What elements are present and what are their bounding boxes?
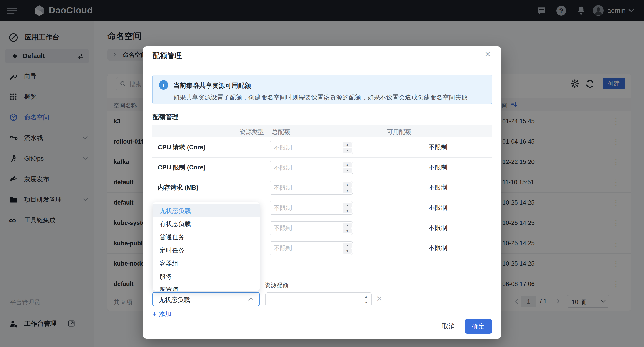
available-quota: 不限制 — [428, 224, 447, 232]
quota-management-modal: 配额管理 × i 当前集群共享资源可用配额 如果共享资源设置了配额，创建命名空间… — [143, 46, 501, 339]
spinner-up[interactable]: ▲ — [343, 142, 352, 147]
spinner-down[interactable]: ▼ — [362, 300, 370, 305]
cancel-button[interactable]: 取消 — [436, 319, 461, 334]
alert-title: 当前集群共享资源可用配额 — [173, 81, 251, 90]
quota-row: CPU 请求 (Core) 不限制 ▲▼ 不限制 — [152, 137, 492, 158]
quota-header-separator — [382, 125, 382, 137]
info-icon: i — [159, 80, 168, 90]
quota-section-title: 配额管理 — [152, 113, 178, 122]
quota-col-available: 可用配额 — [387, 128, 411, 136]
modal-footer-divider — [143, 316, 501, 316]
resource-type-select[interactable]: 无状态负载 — [152, 292, 260, 306]
info-alert: i 当前集群共享资源可用配额 如果共享资源设置了配额，创建命名空间时则需要设置该… — [152, 75, 492, 104]
quota-row: 内存请求 (MB) 不限制 ▲▼ 不限制 — [152, 178, 492, 198]
modal-header-divider — [143, 66, 501, 66]
quota-input[interactable]: 不限制 ▲▼ — [270, 181, 353, 195]
remove-row-icon[interactable]: × — [376, 293, 382, 304]
available-quota: 不限制 — [428, 244, 447, 252]
close-icon[interactable]: × — [485, 49, 490, 59]
dropdown-option[interactable]: 有状态负载 — [153, 217, 260, 231]
modal-title: 配额管理 — [152, 51, 182, 61]
select-value: 无状态负载 — [159, 296, 190, 304]
resource-type-dropdown: 无状态负载 有状态负载 普通任务 定时任务 容器组 服务 配置项 — [153, 202, 260, 291]
available-quota: 不限制 — [428, 143, 447, 152]
spinner-down[interactable]: ▼ — [343, 228, 352, 233]
dropdown-option[interactable]: 普通任务 — [153, 231, 260, 244]
dropdown-option[interactable]: 无状态负载 — [153, 204, 260, 217]
dropdown-option[interactable]: 配置项 — [153, 283, 260, 291]
quota-input[interactable]: 不限制 ▲▼ — [270, 201, 353, 215]
spinner-down[interactable]: ▼ — [343, 188, 352, 193]
dropdown-option[interactable]: 定时任务 — [153, 244, 260, 257]
plus-icon: + — [152, 310, 157, 318]
spinner-up[interactable]: ▲ — [343, 223, 352, 228]
add-label: 添加 — [159, 310, 172, 318]
resource-quota-input[interactable]: ▲▼ — [266, 293, 372, 306]
spinner-down[interactable]: ▼ — [343, 248, 352, 254]
spinner-down[interactable]: ▼ — [343, 168, 352, 173]
available-quota: 不限制 — [428, 163, 447, 172]
spinner-up[interactable]: ▲ — [362, 294, 370, 299]
quota-row: CPU 限制 (Core) 不限制 ▲▼ 不限制 — [152, 157, 492, 178]
screen: DaoCloud ? admin 应用工作台 Defa — [0, 0, 644, 347]
available-quota: 不限制 — [428, 183, 447, 192]
quota-col-resource-type: 资源类型 — [162, 128, 264, 136]
add-row-link[interactable]: + 添加 — [152, 310, 172, 318]
quota-input[interactable]: 不限制 ▲▼ — [270, 141, 353, 154]
spinner-up[interactable]: ▲ — [343, 162, 352, 167]
quota-header-separator — [267, 125, 267, 137]
quota-input[interactable]: 不限制 ▲▼ — [270, 221, 353, 235]
spinner-down[interactable]: ▼ — [343, 148, 352, 153]
spinner-up[interactable]: ▲ — [343, 203, 352, 208]
available-quota: 不限制 — [428, 203, 447, 212]
dropdown-option[interactable]: 容器组 — [153, 257, 260, 270]
dropdown-option[interactable]: 服务 — [153, 270, 260, 283]
confirm-button[interactable]: 确定 — [464, 319, 492, 334]
chevron-up-icon — [248, 297, 254, 301]
resource-quota-label: 资源配额 — [265, 281, 288, 289]
alert-body: 如果共享资源设置了配额，创建命名空间时则需要设置该资源的配额，如果不设置会造成创… — [173, 93, 468, 102]
quota-input[interactable]: 不限制 ▲▼ — [270, 161, 353, 174]
spinner-down[interactable]: ▼ — [343, 208, 352, 213]
spinner-up[interactable]: ▲ — [343, 243, 352, 248]
quota-input[interactable]: 不限制 ▲▼ — [270, 242, 353, 255]
quota-col-total: 总配额 — [272, 128, 290, 136]
spinner-up[interactable]: ▲ — [343, 182, 352, 188]
quota-table-header: 资源类型 总配额 可用配额 — [152, 125, 492, 137]
